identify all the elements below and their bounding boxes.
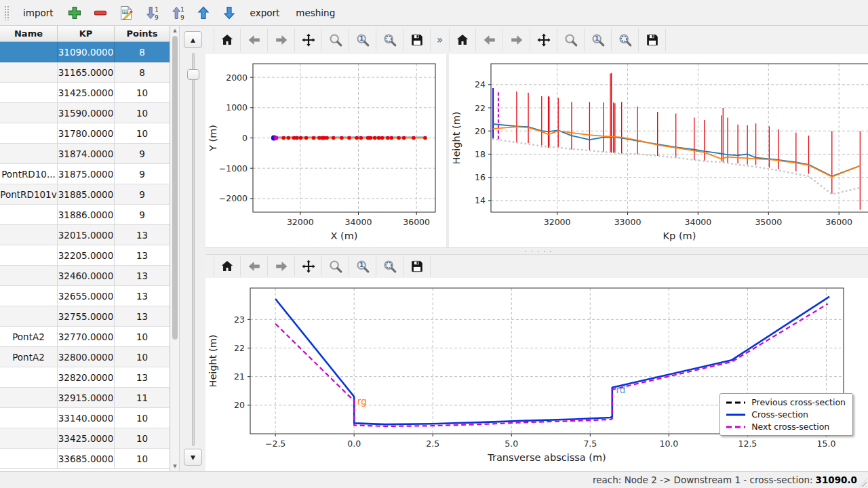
resize-grip[interactable] bbox=[859, 479, 867, 487]
table-row[interactable]: 31886.00009 bbox=[0, 205, 170, 225]
export-button[interactable]: export bbox=[243, 3, 287, 22]
cell-kp: 32770.0000 bbox=[58, 327, 115, 347]
svg-text:−2000: −2000 bbox=[219, 193, 248, 203]
slider-up-button[interactable]: ▲ bbox=[184, 31, 202, 48]
cell-points: 9 bbox=[115, 205, 170, 225]
slider-thumb[interactable] bbox=[187, 69, 199, 80]
cross-section-table: NameKPPoints 31090.0000831165.0000831425… bbox=[0, 26, 170, 471]
table-scrollbar-thumb[interactable] bbox=[172, 36, 178, 340]
table-row[interactable]: 32460.000013 bbox=[0, 266, 170, 286]
table-row[interactable]: 31590.000010 bbox=[0, 103, 170, 123]
save-icon bbox=[410, 259, 425, 274]
table-row[interactable]: 32820.000013 bbox=[0, 367, 170, 388]
mpl-zoom-one-button[interactable] bbox=[349, 28, 376, 52]
toolbar-overflow-button[interactable]: » bbox=[431, 34, 449, 46]
mpl-zoom-rect-button[interactable] bbox=[322, 256, 349, 277]
slider-down-button[interactable]: ▼ bbox=[184, 449, 202, 466]
mpl-home-button[interactable] bbox=[214, 256, 241, 277]
mpl-pan-button[interactable] bbox=[295, 28, 322, 52]
cell-points: 11 bbox=[115, 388, 170, 408]
mpl-save-button[interactable] bbox=[403, 28, 431, 52]
table-row[interactable]: 33140.000010 bbox=[0, 408, 170, 428]
zoom-rect-icon bbox=[328, 33, 343, 47]
table-row[interactable]: 31780.000010 bbox=[0, 123, 170, 144]
table-row[interactable]: PontRD10...31875.00009 bbox=[0, 164, 170, 184]
mpl-zoom-rect-button[interactable] bbox=[322, 28, 349, 52]
table-row[interactable]: 31425.000010 bbox=[0, 83, 170, 103]
mpl-zoom-select-button[interactable] bbox=[376, 28, 403, 52]
edit-cross-section-button[interactable] bbox=[115, 2, 138, 24]
table-row[interactable]: PontA232800.000010 bbox=[0, 347, 170, 367]
mpl-pan-button[interactable] bbox=[530, 28, 557, 52]
table-row[interactable]: 32755.000013 bbox=[0, 306, 170, 327]
table-row[interactable]: 32015.000013 bbox=[0, 225, 170, 245]
cross-section-chart-canvas[interactable]: rgrd−2.50.02.55.07.510.012.515.020212223… bbox=[205, 278, 868, 471]
status-text: reach: Node 2 -> Downstream 1 - cross-se… bbox=[593, 474, 812, 485]
column-header-kp[interactable]: KP bbox=[58, 26, 115, 41]
toolbar-grip[interactable] bbox=[4, 5, 9, 20]
trace-chart-canvas[interactable]: 320003400036000−2000−1000010002000X (m)Y… bbox=[205, 54, 446, 247]
svg-text:Kp (m): Kp (m) bbox=[663, 230, 696, 241]
scroll-down-icon[interactable]: ▼ bbox=[171, 462, 179, 470]
svg-text:33000: 33000 bbox=[614, 217, 642, 227]
table-row[interactable]: 31090.00008 bbox=[0, 42, 170, 62]
column-header-name[interactable]: Name bbox=[0, 26, 58, 41]
svg-text:0: 0 bbox=[242, 133, 248, 143]
table-row[interactable]: 32915.000011 bbox=[0, 388, 170, 408]
horizontal-splitter[interactable] bbox=[205, 247, 868, 255]
svg-text:32000: 32000 bbox=[544, 217, 571, 227]
move-down-button[interactable] bbox=[218, 2, 241, 24]
move-up-button[interactable] bbox=[192, 2, 215, 24]
mpl-pan-button[interactable] bbox=[295, 256, 322, 277]
table-row[interactable]: 33685.000010 bbox=[0, 449, 170, 469]
profile-chart-canvas[interactable]: 3200033000340003500036000141618202224Kp … bbox=[449, 54, 868, 247]
scroll-up-icon[interactable]: ▲ bbox=[171, 26, 179, 35]
table-row[interactable]: 32205.000013 bbox=[0, 245, 170, 266]
mpl-forward-button[interactable] bbox=[268, 256, 295, 277]
sort-ascending-button[interactable] bbox=[166, 2, 189, 24]
meshing-button[interactable]: meshing bbox=[289, 3, 342, 22]
sort-descending-button[interactable] bbox=[140, 2, 163, 24]
table-row[interactable]: 33425.000010 bbox=[0, 428, 170, 449]
trace-chart-toolbar bbox=[214, 26, 431, 54]
table-row[interactable]: 32655.000013 bbox=[0, 286, 170, 306]
table-header: NameKPPoints bbox=[0, 26, 170, 42]
cell-points: 10 bbox=[115, 123, 170, 144]
legend-entry: Previous cross-section bbox=[726, 397, 846, 407]
svg-text:36000: 36000 bbox=[825, 217, 852, 227]
mpl-zoom-rect-button[interactable] bbox=[557, 28, 585, 52]
import-button[interactable]: import bbox=[16, 3, 60, 22]
add-cross-section-button[interactable] bbox=[63, 2, 86, 24]
mpl-back-button[interactable] bbox=[241, 256, 268, 277]
mpl-home-button[interactable] bbox=[214, 28, 241, 52]
table-row[interactable]: PontA232770.000010 bbox=[0, 327, 170, 347]
mpl-save-button[interactable] bbox=[639, 28, 666, 52]
cell-kp: 32820.0000 bbox=[58, 367, 115, 388]
cell-name bbox=[0, 449, 58, 469]
mpl-back-button[interactable] bbox=[241, 28, 268, 52]
table-row[interactable]: PontRD101v31885.00009 bbox=[0, 184, 170, 205]
sort-desc-icon bbox=[144, 5, 160, 21]
cell-points: 13 bbox=[115, 266, 170, 286]
application-window: import export meshing NameKPPoints 31090… bbox=[0, 0, 868, 488]
mpl-zoom-one-button[interactable] bbox=[349, 256, 376, 277]
home-icon bbox=[455, 33, 470, 47]
mpl-zoom-one-button[interactable] bbox=[585, 28, 612, 52]
cross-section-toolbar-row bbox=[205, 255, 868, 278]
mpl-zoom-select-button[interactable] bbox=[376, 256, 403, 277]
mpl-forward-button[interactable] bbox=[268, 28, 295, 52]
cell-points: 10 bbox=[115, 408, 170, 428]
mpl-save-button[interactable] bbox=[403, 256, 431, 277]
table-row[interactable]: 31165.00008 bbox=[0, 62, 170, 83]
mpl-back-button[interactable] bbox=[476, 28, 503, 52]
table-row[interactable]: 31874.00009 bbox=[0, 144, 170, 164]
mpl-forward-button[interactable] bbox=[503, 28, 530, 52]
mpl-zoom-select-button[interactable] bbox=[612, 28, 639, 52]
column-header-points[interactable]: Points bbox=[115, 26, 170, 41]
slider-track[interactable] bbox=[192, 53, 195, 446]
mpl-home-button[interactable] bbox=[449, 28, 476, 52]
cell-name bbox=[0, 245, 58, 266]
legend-line-sample bbox=[726, 400, 746, 405]
table-scrollbar[interactable]: ▲ ▼ bbox=[171, 26, 180, 471]
remove-cross-section-button[interactable] bbox=[89, 2, 112, 24]
